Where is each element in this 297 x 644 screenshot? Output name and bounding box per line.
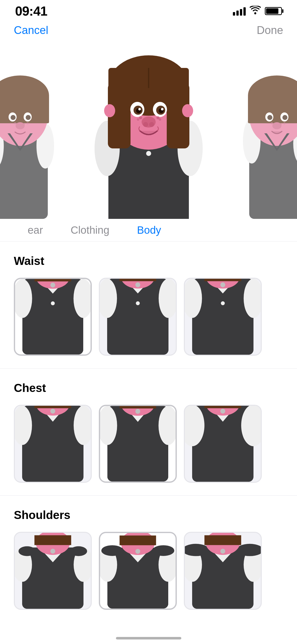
waist-item-2[interactable] — [99, 278, 177, 356]
cancel-button[interactable]: Cancel — [14, 24, 48, 36]
memoji-preview — [0, 43, 297, 219]
svg-point-55 — [104, 104, 115, 117]
svg-point-13 — [14, 122, 16, 124]
nav-bar: Cancel Done — [0, 20, 297, 43]
svg-point-11 — [11, 115, 16, 120]
svg-rect-168 — [204, 535, 241, 545]
svg-point-65 — [139, 116, 142, 119]
status-bar: 09:41 — [0, 0, 297, 20]
svg-point-136 — [220, 409, 225, 414]
svg-rect-146 — [34, 535, 71, 545]
waist-item-3[interactable] — [184, 278, 262, 356]
svg-point-147 — [50, 549, 55, 553]
svg-point-98 — [135, 283, 140, 287]
svg-point-63 — [138, 108, 141, 110]
done-button[interactable]: Done — [257, 24, 283, 36]
svg-point-0 — [254, 12, 256, 14]
battery-icon — [265, 7, 282, 15]
svg-point-16 — [27, 122, 29, 124]
svg-point-12 — [26, 115, 31, 120]
wifi-icon — [250, 6, 261, 17]
signal-icon — [233, 7, 246, 16]
waist-section: Waist — [0, 242, 297, 369]
svg-point-32 — [271, 122, 273, 124]
svg-rect-97 — [119, 279, 156, 281]
shoulders-items — [14, 532, 283, 622]
svg-point-70 — [137, 118, 139, 121]
waist-item-1[interactable] — [14, 278, 92, 356]
svg-point-71 — [159, 118, 161, 121]
svg-point-73 — [143, 122, 148, 127]
home-indicator — [116, 637, 181, 639]
svg-point-154 — [101, 545, 123, 556]
svg-point-31 — [282, 115, 287, 120]
svg-point-82 — [51, 301, 55, 305]
shoulders-item-3[interactable] — [184, 532, 262, 610]
shoulders-title: Shoulders — [14, 508, 283, 522]
svg-point-75 — [146, 151, 151, 156]
chest-item-3[interactable] — [184, 405, 262, 483]
svg-point-56 — [182, 104, 193, 117]
shoulders-item-1[interactable] — [14, 532, 92, 610]
svg-rect-126 — [119, 406, 156, 409]
svg-point-35 — [283, 122, 285, 124]
svg-point-30 — [267, 115, 272, 120]
svg-rect-117 — [34, 406, 71, 408]
svg-point-127 — [135, 409, 140, 414]
svg-point-87 — [50, 283, 55, 288]
status-time: 09:41 — [15, 4, 47, 19]
svg-point-143 — [19, 546, 36, 556]
svg-point-36 — [272, 122, 281, 129]
svg-point-93 — [136, 301, 140, 305]
svg-point-64 — [161, 108, 163, 110]
shoulders-item-2[interactable] — [99, 532, 177, 610]
tab-clothing[interactable]: Clothing — [57, 224, 123, 236]
memoji-main — [93, 48, 204, 219]
tab-body[interactable]: Body — [123, 224, 175, 236]
tab-headwear[interactable]: ear — [14, 224, 57, 236]
shoulders-section: Shoulders — [0, 496, 297, 622]
svg-rect-157 — [119, 536, 156, 545]
memoji-side-right — [242, 68, 297, 219]
svg-point-104 — [221, 301, 225, 305]
chest-title: Chest — [14, 381, 283, 395]
chest-item-1[interactable] — [14, 405, 92, 483]
svg-point-144 — [70, 546, 87, 556]
chest-section: Chest — [0, 369, 297, 496]
svg-rect-135 — [204, 406, 241, 408]
svg-point-169 — [220, 549, 225, 553]
memoji-side-left — [0, 68, 55, 219]
category-tabs: ear Clothing Body — [0, 219, 297, 242]
svg-point-74 — [149, 122, 154, 127]
svg-point-17 — [16, 122, 25, 129]
chest-items — [14, 405, 283, 495]
svg-point-118 — [50, 409, 55, 414]
waist-title: Waist — [14, 254, 283, 268]
svg-point-158 — [135, 549, 140, 554]
waist-items — [14, 278, 283, 368]
svg-rect-86 — [34, 279, 71, 281]
svg-rect-76 — [108, 194, 189, 219]
status-icons — [233, 6, 282, 17]
chest-item-2[interactable] — [99, 405, 177, 483]
svg-rect-53 — [108, 87, 189, 108]
svg-rect-108 — [204, 279, 241, 281]
svg-point-109 — [220, 283, 225, 287]
svg-point-155 — [152, 545, 174, 556]
